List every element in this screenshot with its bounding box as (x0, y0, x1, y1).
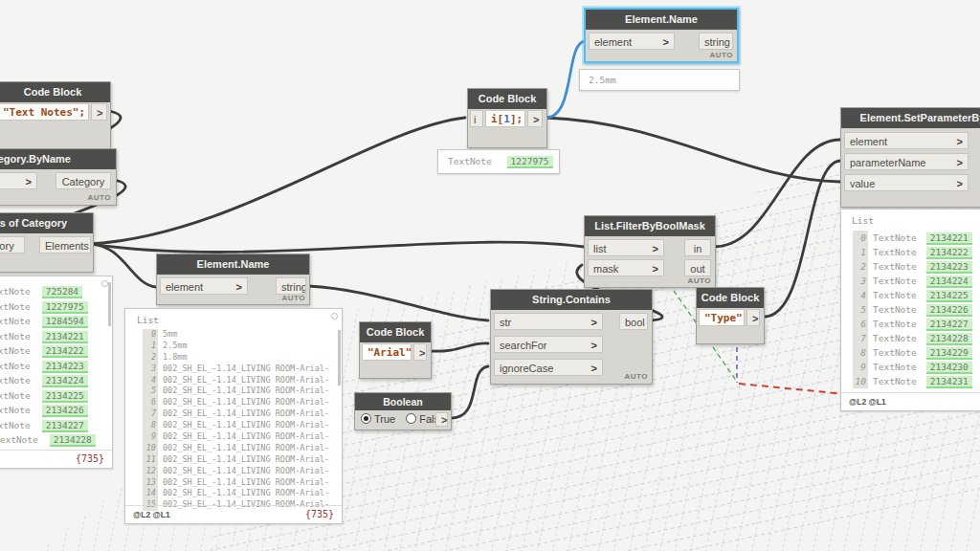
item-text: 002_SH_EL_-1.14_LIVING ROOM-Arial- (163, 454, 329, 464)
wire-type-to-parametername[interactable] (763, 161, 840, 317)
item-label: TextNote (0, 286, 31, 297)
item-index: 0 (853, 231, 868, 245)
node-list-filterbyboolmask[interactable]: List.FilterByBoolMask list> mask> in out… (584, 215, 716, 288)
input-port-category[interactable]: Category (0, 236, 25, 253)
preview-pin-icon[interactable] (331, 313, 338, 320)
node-title[interactable]: All Elements of Category (0, 213, 93, 233)
dynamo-canvas[interactable]: Code Block "Text Notes"; > Category.ByNa… (0, 0, 980, 551)
lacing-auto-label: AUTO (709, 51, 733, 59)
item-value: 2134221 (42, 331, 88, 343)
list-item: TextNote2134227 (0, 418, 112, 433)
preview-element-name-value[interactable]: 2.5mm (579, 69, 740, 91)
port-chevron-icon: > (26, 173, 32, 189)
input-port-element[interactable]: element> (589, 33, 675, 50)
node-title[interactable]: Code Block (697, 288, 764, 308)
item-text: 002_SH_EL_-1.14_LIVING ROOM-Arial- (163, 364, 329, 373)
input-port-mask[interactable]: mask> (588, 259, 664, 276)
wire-arial-to-searchfor[interactable] (430, 343, 488, 351)
item-value: 2134221 (926, 232, 972, 245)
wire-elements-to-filterlist[interactable] (91, 242, 584, 252)
wire-elements-to-codeblock-i[interactable] (91, 118, 465, 244)
node-category-byname[interactable]: Category.ByName > Category AUTO (0, 148, 117, 206)
scrollbar[interactable] (108, 282, 111, 326)
output-port-string[interactable]: string (276, 277, 306, 295)
input-port-element[interactable]: element> (160, 277, 248, 295)
list-item: 6002_SH_EL_-1.14_LIVING ROOM-Arial- (125, 397, 337, 408)
input-port-searchfor[interactable]: searchFor> (494, 336, 603, 353)
item-text: 002_SH_EL_-1.14_LIVING ROOM-Arial- (163, 386, 329, 395)
output-port-out[interactable]: out (684, 259, 711, 276)
item-index: 8 (143, 420, 158, 431)
scrollbar[interactable] (338, 330, 341, 386)
output-port-string[interactable]: string (699, 33, 733, 50)
input-port-parametername[interactable]: parameterName> (844, 153, 969, 170)
list-item: 0TextNote2134221 (841, 231, 980, 245)
node-title[interactable]: Code Block (360, 322, 431, 342)
node-title[interactable]: Code Block (468, 89, 546, 109)
item-value: 2134225 (926, 290, 972, 302)
output-port[interactable]: > (435, 412, 448, 427)
output-port[interactable]: > (413, 343, 427, 361)
item-text: 002_SH_EL_-1.14_LIVING ROOM-Arial- (163, 443, 329, 452)
boolean-options: True False (361, 413, 445, 425)
output-port-in[interactable]: in (684, 239, 711, 256)
input-port-str[interactable]: str> (494, 313, 603, 330)
code-input[interactable]: i[1]; (485, 110, 525, 127)
node-title[interactable]: Code Block (0, 82, 110, 102)
node-boolean[interactable]: Boolean True False > (354, 392, 452, 430)
node-code-block-index[interactable]: Code Block i i[1]; > (467, 88, 547, 148)
output-port-elements[interactable]: Elements (39, 236, 91, 253)
node-title[interactable]: Boolean (355, 393, 451, 410)
item-label: TextNote (873, 347, 917, 358)
preview-list-left[interactable]: TextNote725284TextNote1227975TextNote128… (0, 276, 113, 469)
preview-pin-icon[interactable] (101, 280, 108, 287)
node-element-name-top[interactable]: Element.Name element> string AUTO (584, 8, 739, 63)
output-port-bool[interactable]: bool (619, 313, 648, 330)
node-element-name-mid[interactable]: Element.Name element> string AUTO (156, 253, 310, 305)
preview-list-mid[interactable]: List 05mm12.5mm21.8mm3002_SH_EL_-1.14_LI… (124, 308, 343, 524)
output-port[interactable]: > (527, 110, 543, 127)
list-item: 05mm (125, 329, 337, 341)
list-item: 7002_SH_EL_-1.14_LIVING ROOM-Arial- (125, 408, 337, 420)
list-header: List (137, 315, 159, 325)
code-input[interactable]: "Type"; (699, 309, 745, 326)
item-index: 9 (853, 360, 868, 374)
node-title[interactable]: Element.SetParameterByName (841, 108, 980, 128)
item-text: 2.5mm (163, 341, 188, 350)
node-title[interactable]: List.FilterByBoolMask (585, 216, 715, 236)
wire-codeblock-i-to-value[interactable] (546, 118, 840, 182)
node-title[interactable]: Element.Name (586, 10, 737, 30)
input-port-i[interactable]: i (470, 110, 483, 127)
code-input[interactable]: "Text Notes"; (0, 103, 89, 121)
node-all-elements-of-category[interactable]: All Elements of Category Category Elemen… (0, 212, 94, 273)
list-item: 9TextNote2134230 (841, 360, 980, 374)
input-port-value[interactable]: value> (844, 174, 969, 191)
output-port-category[interactable]: Category (56, 172, 111, 189)
radio-true[interactable]: True (361, 413, 395, 425)
input-port-ignorecase[interactable]: ignoreCase> (494, 359, 603, 376)
item-label: TextNote (0, 420, 31, 430)
preview-watch-textnote[interactable]: TextNote 1227975 (437, 149, 560, 174)
list-item: 8TextNote2134229 (841, 345, 980, 360)
output-port[interactable]: > (91, 103, 107, 121)
input-port-category[interactable]: > (0, 172, 37, 189)
node-element-setparameterbyname[interactable]: Element.SetParameterByName element> para… (840, 107, 980, 208)
code-input[interactable]: "Arial"; (362, 343, 412, 361)
node-code-block-arial[interactable]: Code Block "Arial"; > (359, 321, 432, 379)
list-item: TextNote1227975 (0, 299, 112, 315)
node-title[interactable]: String.Contains (491, 290, 652, 310)
item-label: TextNote (873, 261, 917, 272)
node-code-block-type[interactable]: Code Block "Type"; > (696, 287, 765, 344)
input-port-list[interactable]: list> (588, 239, 664, 256)
node-title[interactable]: Element.Name (157, 254, 309, 275)
list-item: TextNote1284594 (0, 314, 112, 329)
item-value: 2134230 (926, 362, 972, 374)
node-string-contains[interactable]: String.Contains str> searchFor> ignoreCa… (490, 289, 653, 385)
output-port[interactable]: > (746, 309, 760, 326)
preview-list-right[interactable]: List 0TextNote21342211TextNote21342222Te… (840, 209, 980, 411)
wire-boolean-to-ignorecase[interactable] (450, 366, 488, 418)
wire-filterin-to-element[interactable] (714, 140, 840, 247)
input-port-element[interactable]: element> (844, 132, 969, 149)
item-text: 002_SH_EL_-1.14_LIVING ROOM-Arial- (163, 408, 329, 418)
node-title[interactable]: Category.ByName (0, 149, 116, 169)
